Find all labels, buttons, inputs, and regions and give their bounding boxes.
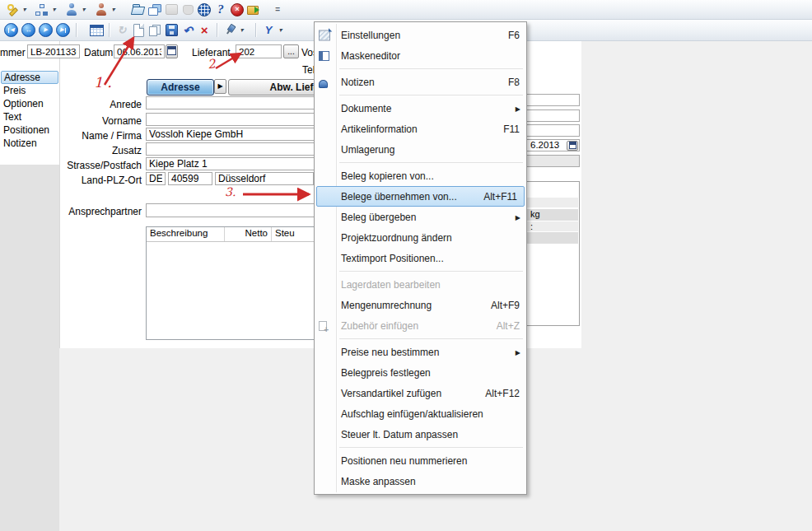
- sidebar-item-adresse[interactable]: Adresse: [1, 71, 58, 84]
- context-menu: Einstellungen F6 Maskeneditor Notizen F8: [314, 21, 527, 495]
- column-beschreibung[interactable]: Beschreibung: [147, 227, 225, 241]
- object-disabled-icon[interactable]: [180, 2, 195, 17]
- toolbar-overflow-icon[interactable]: =: [270, 2, 285, 17]
- customer-icon[interactable]: [64, 2, 79, 17]
- menu-item-preise-neu[interactable]: Preise neu bestimmen ▶: [315, 342, 526, 362]
- sitemap-icon[interactable]: [35, 2, 49, 17]
- nav-next-button[interactable]: ▶: [39, 23, 53, 37]
- menu-item-maskeneditor[interactable]: Maskeneditor: [315, 45, 526, 66]
- calendar-button[interactable]: [166, 44, 178, 58]
- menu-item-belegpreis[interactable]: Belegpreis festlegen: [315, 362, 526, 383]
- calendar-button[interactable]: [567, 141, 578, 151]
- menu-item-beleg-uebergeben[interactable]: Beleg übergeben ▶: [315, 207, 526, 227]
- menu-item-icon: [319, 346, 332, 359]
- toolbar-separator[interactable]: [217, 23, 217, 37]
- menu-item-icon: [319, 387, 332, 400]
- dropdown-arrow-icon[interactable]: ▾: [50, 7, 58, 13]
- menu-separator[interactable]: [339, 271, 523, 272]
- menu-item-dokumente[interactable]: Dokumente ▶: [315, 98, 526, 119]
- menu-item-steuer[interactable]: Steuer lt. Datum anpassen: [315, 424, 526, 445]
- menu-item-mengenumrechnung[interactable]: Mengenumrechnung Alt+F9: [315, 295, 526, 315]
- pin-button[interactable]: [222, 23, 237, 38]
- new-document-button[interactable]: [131, 23, 146, 38]
- toolbar-separator[interactable]: [109, 23, 110, 37]
- dropdown-arrow-icon[interactable]: ▾: [110, 7, 117, 13]
- menu-item-icon: [319, 454, 332, 468]
- document-number-field[interactable]: [27, 44, 80, 58]
- image-disabled-icon[interactable]: [164, 2, 179, 17]
- nav-prev-button[interactable]: ↔: [21, 23, 35, 37]
- dropdown-arrow-icon[interactable]: ▾: [238, 27, 245, 34]
- delete-button[interactable]: ×: [197, 23, 212, 38]
- dropdown-arrow-icon[interactable]: ▾: [80, 7, 87, 13]
- mask-editor-icon: [319, 51, 329, 61]
- menu-separator[interactable]: [339, 338, 523, 339]
- dropdown-arrow-icon[interactable]: ▾: [277, 27, 284, 34]
- date-field[interactable]: [114, 44, 165, 58]
- close-icon[interactable]: ×: [230, 2, 245, 17]
- open-folder-icon[interactable]: [131, 2, 146, 17]
- menu-item-einstellungen[interactable]: Einstellungen F6: [315, 25, 526, 45]
- menu-item-icon: [319, 408, 332, 421]
- tools-icon[interactable]: [5, 2, 20, 17]
- ort-field[interactable]: [215, 172, 314, 185]
- land-plz-ort-label: Land-PLZ-Ort: [33, 175, 142, 186]
- menu-item-icon: [319, 102, 332, 115]
- menu-item-positionen-nummerieren[interactable]: Positionen neu nummerieren: [315, 450, 526, 471]
- sidebar-strip: [0, 165, 59, 531]
- sidebar-item-preis[interactable]: Preis: [1, 84, 58, 97]
- dropdown-arrow-icon[interactable]: ▾: [21, 7, 28, 13]
- tab-adresse[interactable]: Adresse: [147, 79, 214, 95]
- menu-item-aufschlag[interactable]: Aufschlag einfügen/aktualisieren: [315, 403, 526, 424]
- menu-separator[interactable]: [339, 68, 523, 69]
- supplier-icon[interactable]: [94, 2, 109, 17]
- menu-item-icon: [319, 299, 332, 312]
- toolbar-separator[interactable]: [76, 23, 77, 37]
- menu-item-belege-uebernehmen[interactable]: Belege übernehmen von... Alt+F11: [316, 186, 525, 207]
- weight-unit-text: kg: [530, 209, 540, 219]
- copy-button[interactable]: [147, 23, 162, 38]
- toolbar-separator[interactable]: [255, 23, 256, 37]
- undo-button[interactable]: ↶: [180, 23, 195, 38]
- document-number-label: mmer: [0, 47, 26, 58]
- save-button[interactable]: [164, 23, 179, 38]
- copy-documents-icon[interactable]: [147, 2, 162, 17]
- anrede-label: Anrede: [33, 99, 142, 110]
- menu-separator[interactable]: [339, 447, 523, 448]
- grid-view-button[interactable]: [89, 23, 104, 38]
- globe-icon[interactable]: [197, 2, 212, 17]
- menu-item-textimport[interactable]: Textimport Positionen...: [315, 248, 526, 268]
- annotation-step1: 1 .: [94, 74, 112, 91]
- menu-item-zubehoer[interactable]: Zubehör einfügen Alt+Z: [315, 315, 526, 336]
- menu-separator[interactable]: [339, 95, 523, 95]
- menu-item-maske-anpassen[interactable]: Maske anpassen: [315, 471, 526, 491]
- plz-field[interactable]: [168, 172, 212, 185]
- help-icon[interactable]: ?: [213, 2, 228, 17]
- calendar-icon: [569, 142, 576, 149]
- menu-separator[interactable]: [339, 162, 523, 163]
- tab-scroll-arrow-button[interactable]: ▶: [214, 79, 226, 94]
- supplier-field[interactable]: [236, 44, 282, 58]
- right-date-fragment: 6.2013: [530, 140, 559, 150]
- menu-item-artikelinformation[interactable]: Artikelinformation F11: [315, 119, 526, 139]
- menu-item-icon: [319, 231, 332, 245]
- menu-item-icon: [319, 123, 332, 136]
- land-field[interactable]: [146, 172, 166, 185]
- filter-button[interactable]: Y: [261, 23, 276, 38]
- menu-item-icon: [319, 428, 332, 441]
- nav-last-button[interactable]: ▶: [56, 23, 70, 37]
- menu-item-umlagerung[interactable]: Umlagerung: [315, 139, 526, 160]
- menu-item-versandartikel[interactable]: Versandartikel zufügen Alt+F12: [315, 383, 526, 403]
- menu-item-lagerdaten[interactable]: Lagerdaten bearbeiten: [315, 274, 526, 295]
- colon-text: :: [530, 221, 533, 231]
- exit-folder-icon[interactable]: [246, 2, 261, 17]
- column-netto[interactable]: Netto: [225, 227, 272, 241]
- nav-first-button[interactable]: ◀: [4, 23, 18, 37]
- settings-icon: [319, 30, 330, 40]
- page-plus-icon: [319, 321, 327, 331]
- menu-item-notizen[interactable]: Notizen F8: [315, 72, 526, 92]
- refresh-button[interactable]: ↻: [114, 23, 129, 38]
- menu-item-beleg-kopieren[interactable]: Beleg kopieren von...: [315, 165, 526, 186]
- menu-item-projektzuordnung[interactable]: Projektzuordnung ändern: [315, 227, 526, 248]
- more-suppliers-button[interactable]: ...: [283, 44, 299, 58]
